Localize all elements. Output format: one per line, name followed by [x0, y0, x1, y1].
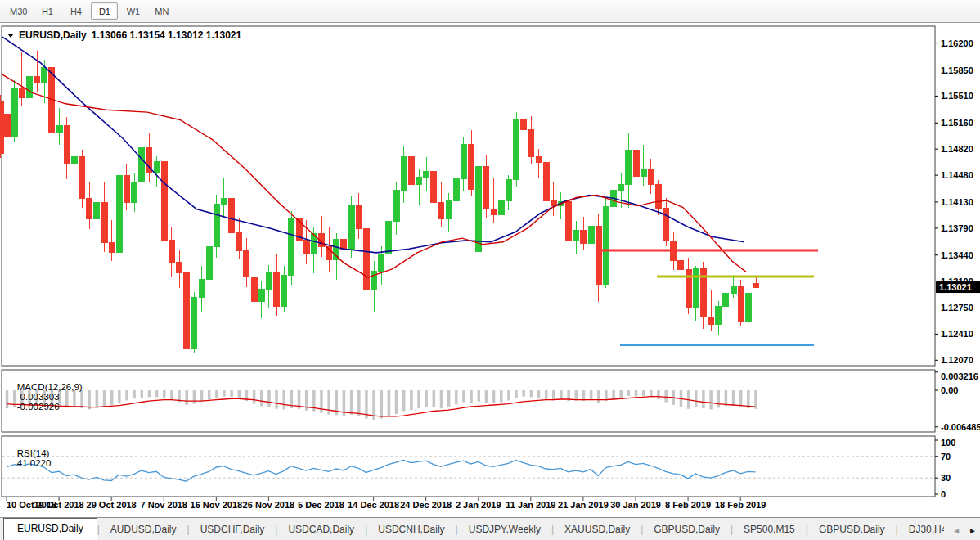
timeframe-button-mn[interactable]: MN [148, 2, 175, 20]
candle-body [177, 262, 182, 272]
candle-body [221, 198, 227, 205]
candle-body [348, 205, 354, 250]
tab-scroll-right-icon[interactable]: ► [969, 526, 977, 535]
candle-body [206, 246, 212, 279]
chart-tab-gbpusd-daily[interactable]: GBPUSD,Daily [643, 520, 731, 540]
candle-body [596, 226, 601, 284]
candle-body [469, 145, 474, 190]
ohlc-values: 1.13066 1.13154 1.13012 1.13021 [92, 29, 242, 41]
candle-body [401, 157, 407, 191]
candle-body [431, 171, 437, 202]
date-axis-label: 26 Nov 2018 [243, 500, 295, 510]
candle-body [543, 162, 549, 200]
date-axis-label: 18 Feb 2019 [715, 500, 766, 510]
date-axis-label: 19 Oct 2018 [34, 500, 84, 510]
candle-body [723, 294, 729, 307]
chart-tab-eurusd-daily[interactable]: EURUSD,Daily [3, 518, 97, 540]
candle-body [498, 200, 504, 215]
timeframe-toolbar: M30H1H4D1W1MN [0, 0, 980, 23]
candle-body [161, 161, 167, 241]
chart-tab-usdcnh-daily[interactable]: USDCNH,Daily [367, 520, 455, 540]
candle-body [588, 226, 594, 244]
candle-body [11, 88, 17, 136]
candle-body [603, 207, 609, 285]
candle-body [101, 203, 107, 243]
candle-body [363, 229, 369, 290]
price-axis-label: 1.12070 [941, 355, 973, 365]
candle-body [124, 175, 129, 203]
macd-panel[interactable] [2, 370, 935, 432]
rsi-axis-label: 100 [941, 438, 955, 448]
candle-body [408, 157, 414, 185]
chart-tab-usdchf-daily[interactable]: USDCHF,Daily [190, 520, 276, 540]
candle-body [71, 157, 77, 164]
date-axis-label: 8 Feb 2019 [665, 500, 711, 510]
candle-body [274, 272, 280, 306]
chart-tab-audusd-daily[interactable]: AUDUSD,Daily [100, 520, 187, 540]
candle-body [303, 241, 309, 254]
candle-body [169, 241, 174, 262]
price-axis-label: 1.14480 [941, 170, 973, 180]
chart-canvas[interactable]: 1.162001.158501.155101.151601.148201.144… [0, 0, 980, 540]
candle-body [678, 260, 684, 269]
chart-tab-usdjpy-weekly[interactable]: USDJPY,Weekly [458, 520, 551, 540]
timeframe-button-w1[interactable]: W1 [119, 2, 146, 20]
tab-scroll-left-icon[interactable]: ◄ [952, 526, 960, 535]
candle-body [258, 289, 264, 301]
candle-body [633, 150, 639, 176]
candle-body [184, 272, 190, 349]
macd-indicator-label: MACD(12,26,9) -0.003303 -0.002926 [7, 372, 83, 421]
candle-body [236, 232, 242, 250]
price-axis-label: 1.13440 [941, 250, 973, 260]
candle-body [191, 297, 197, 349]
symbol-title: EURUSD,Daily [19, 29, 87, 41]
chart-tab-xauusd-daily[interactable]: XAUUSD,Daily [554, 520, 641, 540]
macd-value: -0.003303 [17, 392, 60, 402]
candle-body [438, 203, 444, 219]
candle-body [745, 294, 751, 322]
date-axis-label: 11 Jan 2019 [506, 500, 555, 510]
candle-body [244, 250, 249, 277]
date-axis-label: 16 Nov 2018 [191, 500, 243, 510]
candle-body [738, 286, 744, 321]
candle-body [514, 119, 519, 180]
chart-tabs: EURUSD,Daily|AUDUSD,Daily|USDCHF,Daily|U… [3, 517, 944, 540]
price-axis-label: 1.12410 [941, 329, 973, 339]
candle-body [289, 218, 294, 275]
candle-body [154, 161, 160, 173]
price-axis-label: 1.12750 [941, 303, 973, 313]
symbol-dropdown-icon[interactable] [7, 34, 14, 38]
candle-body [393, 191, 399, 222]
timeframe-button-d1[interactable]: D1 [91, 2, 118, 20]
candle-body [199, 280, 205, 298]
timeframe-button-m30[interactable]: M30 [5, 2, 32, 20]
chart-tab-usdcad-daily[interactable]: USDCAD,Daily [277, 520, 365, 540]
price-axis-label: 1.14820 [941, 144, 973, 154]
candle-body [753, 284, 759, 287]
date-axis-label: 30 Jan 2019 [610, 500, 661, 510]
candle-body [416, 178, 422, 184]
price-axis-label: 1.15850 [941, 65, 973, 75]
macd-axis-label: -0.006485 [941, 422, 980, 432]
rsi-axis-label: 70 [941, 452, 951, 461]
candle-body [566, 202, 572, 241]
candle-body [686, 270, 691, 308]
candle-body [581, 231, 587, 244]
chart-tab-gbpusd-daily[interactable]: GBPUSD,Daily [808, 520, 896, 540]
candle-body [87, 198, 92, 218]
rsi-indicator-label: RSI(14) 41.0220 [7, 439, 51, 478]
candle-body [229, 198, 235, 232]
candle-body [341, 240, 347, 249]
candle-body [132, 182, 137, 203]
chart-tab-sp500-m15[interactable]: SP500,M15 [733, 520, 806, 540]
chart-tab-dj30-h4[interactable]: DJ30,H4 [898, 520, 944, 540]
candle-body [64, 125, 70, 164]
rsi-panel[interactable] [2, 436, 935, 497]
macd-name: MACD(12,26,9) [17, 382, 83, 392]
timeframe-button-h4[interactable]: H4 [62, 2, 89, 20]
candle-body [506, 180, 511, 200]
candle-body [573, 231, 579, 241]
rsi-value: 41.0220 [17, 458, 52, 468]
timeframe-button-h1[interactable]: H1 [34, 2, 61, 20]
candle-body [708, 317, 714, 324]
